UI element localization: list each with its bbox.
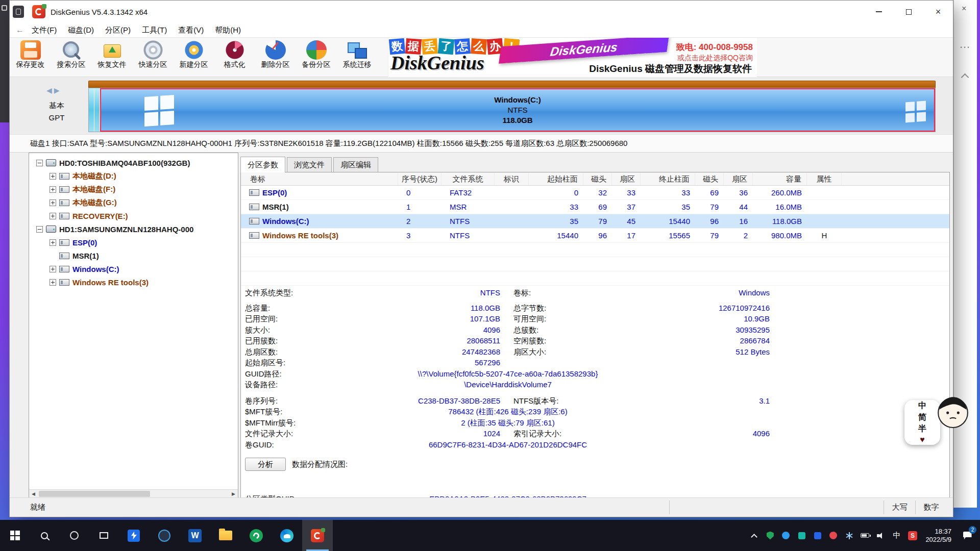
close-button[interactable]: × [923, 1, 953, 23]
taskbar-app-dark[interactable] [149, 520, 180, 551]
expand-icon[interactable] [50, 239, 56, 246]
tray-red-app[interactable] [825, 520, 841, 551]
taskbar-app-diskgenius-active[interactable] [302, 520, 333, 551]
scrollbar-track[interactable] [38, 490, 229, 498]
backup-partition-button[interactable]: 备份分区 [296, 39, 336, 76]
detail-row: 起始扇区号:567296 [241, 358, 949, 369]
expand-icon[interactable] [50, 266, 56, 272]
tab-partition-params[interactable]: 分区参数 [240, 157, 285, 172]
tree-item-hd1[interactable]: HD1:SAMSUNGMZNLN128HAHQ-000 [29, 222, 238, 236]
menu-partition[interactable]: 分区(P) [100, 24, 136, 37]
quick-partition-button[interactable]: 快速分区 [133, 39, 173, 76]
tray-expand-button[interactable] [746, 520, 762, 551]
table-row-windows-c-selected[interactable]: Windows(C:) 2 NTFS 35 79 45 15440 96 16 … [241, 214, 949, 229]
collapse-icon[interactable] [36, 226, 43, 233]
tray-language[interactable]: 中 [889, 520, 904, 551]
expand-icon[interactable] [50, 186, 56, 193]
start-button[interactable] [0, 520, 30, 551]
partition-detail-panel: 分区参数 浏览文件 扇区编辑 卷标 序号(状态) 文件系统 标识 起始柱面 磁头… [240, 153, 950, 498]
close-icon[interactable]: × [962, 4, 966, 13]
new-partition-button[interactable]: 新建分区 [174, 39, 214, 76]
tree-item-esp[interactable]: ESP(0) [29, 236, 238, 249]
tray-battery[interactable] [857, 520, 873, 551]
analyze-button[interactable]: 分析 [245, 458, 286, 471]
expand-icon[interactable] [50, 213, 56, 219]
tree-item-local-f[interactable]: 本地磁盘(F:) [29, 183, 238, 196]
menu-view[interactable]: 查看(V) [173, 24, 209, 37]
status-filler [669, 500, 884, 514]
maximize-button[interactable] [894, 1, 923, 23]
menu-tools[interactable]: 工具(T) [136, 24, 173, 37]
ad-subtitle: DiskGenius 磁盘管理及数据恢复软件 [589, 62, 752, 76]
chevron-up-icon[interactable] [961, 73, 969, 82]
tab-sector-edit[interactable]: 扇区编辑 [333, 157, 378, 172]
tree-item-local-d[interactable]: 本地磁盘(D:) [29, 169, 238, 183]
table-row-windows-re[interactable]: Windows RE tools(3) 3 NTFS 15440 96 17 1… [241, 229, 949, 243]
tray-volume[interactable] [873, 520, 889, 551]
ime-simplified-mode[interactable]: 简 [918, 412, 926, 423]
disk-tree-panel: HD0:TOSHIBAMQ04ABF100(932GB) 本地磁盘(D:) 本地… [29, 153, 238, 498]
tray-snowflake-app[interactable] [841, 520, 857, 551]
expand-icon[interactable] [50, 279, 56, 286]
ime-mascot-face[interactable] [936, 395, 970, 429]
menu-disk[interactable]: 磁盘(D) [62, 24, 100, 37]
scrollbar-thumb[interactable] [39, 491, 150, 497]
table-row-esp[interactable]: ESP(0) 0 FAT32 0 32 33 33 69 36 260.0MB [241, 186, 949, 200]
taskbar-app-edge[interactable] [272, 520, 302, 551]
windows-partition-block[interactable]: Windows(C:) NTFS 118.0GB [100, 88, 935, 132]
tree-item-hd0[interactable]: HD0:TOSHIBAMQ04ABF100(932GB) [29, 156, 238, 169]
ime-halfwidth-mode[interactable]: 半 [918, 423, 926, 434]
tree-item-recovery-e[interactable]: RECOVERY(E:) [29, 209, 238, 222]
format-button[interactable]: 格式化 [214, 39, 255, 76]
tree-item-windows-re[interactable]: Windows RE tools(3) [29, 276, 238, 289]
save-changes-button[interactable]: 保存更改 [10, 39, 51, 76]
expand-icon[interactable] [50, 199, 56, 206]
action-center-button[interactable]: 2 [957, 520, 978, 551]
heart-icon[interactable]: ♥ [920, 435, 925, 444]
tray-sogou[interactable]: S [904, 520, 920, 551]
task-view-button[interactable] [89, 520, 118, 551]
tree-horizontal-scrollbar[interactable]: ◀ ▶ [29, 489, 238, 498]
scroll-right-icon[interactable]: ▶ [229, 491, 238, 496]
task-view-icon [100, 532, 108, 539]
taskbar-search-button[interactable] [30, 520, 59, 551]
expand-icon[interactable] [50, 173, 56, 180]
analysis-row: 分析 数据分配情况图: [241, 457, 949, 471]
collapse-icon[interactable] [36, 160, 43, 166]
msr-partition-block[interactable] [94, 88, 100, 132]
ime-floating-widget[interactable]: 中 简 半 ♥ [904, 395, 976, 448]
tray-teal-app[interactable] [794, 520, 810, 551]
ime-lang-mode[interactable]: 中 [918, 400, 926, 411]
taskbar-clock[interactable]: 18:37 2022/5/9 [920, 528, 957, 544]
disk-nav-arrows-icon[interactable]: ◀▶ [46, 86, 62, 94]
menu-help[interactable]: 帮助(H) [209, 24, 247, 37]
minimize-button[interactable] [864, 1, 894, 23]
system-migration-button[interactable]: 系统迁移 [337, 39, 377, 76]
cortana-button[interactable] [59, 520, 89, 551]
ad-banner[interactable]: 数 据 丢 了 怎 么 办 ！ DiskGenius DiskGenius 致电… [388, 38, 757, 77]
tray-blue-app[interactable] [778, 520, 794, 551]
partition-details: 文件系统类型:NTFS 卷标:Windows 总容量:118.0GB 总字节数:… [241, 286, 949, 498]
back-arrow-icon[interactable]: ← [14, 26, 26, 35]
tree-item-local-g[interactable]: 本地磁盘(G:) [29, 196, 238, 209]
delete-partition-button[interactable]: 删除分区 [255, 39, 296, 76]
search-partition-icon [61, 40, 82, 60]
search-partition-button[interactable]: 搜索分区 [51, 39, 91, 76]
taskbar-app-lightning[interactable] [118, 520, 149, 551]
tray-blue-square-app[interactable] [810, 520, 825, 551]
taskbar-app-explorer[interactable] [210, 520, 241, 551]
tree-item-msr[interactable]: MSR(1) [29, 249, 238, 262]
esp-partition-block[interactable] [89, 88, 94, 132]
menu-file[interactable]: 文件(F) [26, 24, 62, 37]
tab-browse-files[interactable]: 浏览文件 [287, 157, 332, 172]
table-row-msr[interactable]: MSR(1) 1 MSR 33 69 37 35 79 44 16.0MB [241, 200, 949, 214]
more-options-icon[interactable]: … [959, 38, 971, 51]
taskbar-app-green[interactable] [241, 520, 272, 551]
ad-qq-link[interactable]: 或点击此处选择QQ咨询 [677, 54, 753, 63]
taskbar-app-word[interactable]: W [180, 520, 210, 551]
tree-item-windows-c[interactable]: Windows(C:) [29, 262, 238, 276]
ime-status-bar[interactable]: 中 简 半 ♥ [904, 400, 940, 445]
scroll-left-icon[interactable]: ◀ [29, 491, 38, 496]
recover-files-button[interactable]: 恢复文件 [92, 39, 132, 76]
tray-antivirus[interactable] [762, 520, 778, 551]
